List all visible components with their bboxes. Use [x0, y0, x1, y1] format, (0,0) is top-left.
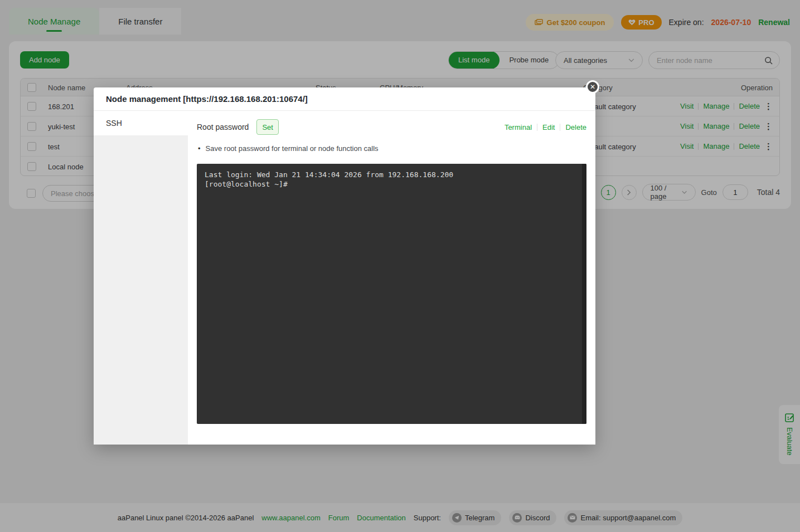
ssh-terminal[interactable]: Last login: Wed Jan 21 14:34:04 2026 fro… [197, 164, 586, 424]
page: Node Manage File transfer Get $200 coupo… [0, 0, 800, 532]
modal-content: Root password Set Terminal Edit Delete •… [188, 111, 595, 445]
bullet-icon: • [198, 144, 201, 153]
edit-link[interactable]: Edit [542, 123, 555, 131]
password-note-text: Save root password for terminal or node … [206, 144, 379, 153]
close-icon[interactable]: ✕ [586, 80, 599, 94]
terminal-scrollbar[interactable] [582, 164, 586, 424]
modal-sidebar: SSH [94, 111, 188, 445]
divider [560, 124, 560, 131]
modal-title: Node management [https://192.168.168.201… [94, 87, 595, 111]
terminal-link[interactable]: Terminal [505, 123, 532, 131]
terminal-line: Last login: Wed Jan 21 14:34:04 2026 fro… [205, 170, 575, 179]
delete-link[interactable]: Delete [565, 123, 586, 131]
set-password-button[interactable]: Set [256, 119, 279, 135]
root-password-row: Root password Set Terminal Edit Delete [197, 119, 586, 135]
node-management-modal: ✕ Node management [https://192.168.168.2… [94, 87, 595, 445]
terminal-line: [root@localhost ~]# [205, 179, 575, 189]
node-actions: Terminal Edit Delete [505, 123, 586, 131]
sidebar-item-ssh[interactable]: SSH [94, 111, 188, 135]
password-note: • Save root password for terminal or nod… [198, 144, 379, 153]
divider [537, 124, 537, 131]
root-password-label: Root password [197, 123, 249, 131]
